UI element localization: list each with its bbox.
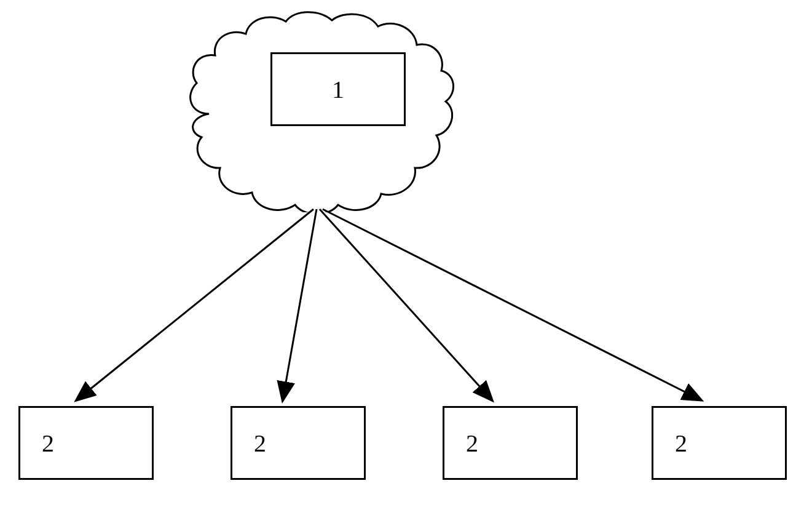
child-node-label-2: 2: [254, 429, 266, 458]
arrow-3: [320, 209, 492, 400]
cloud-node-box: 1: [270, 52, 406, 126]
diagram-container: 1 2 2 2 2: [0, 0, 812, 510]
child-node-label-1: 2: [42, 429, 54, 458]
arrow-4: [323, 209, 701, 400]
child-node-label-3: 2: [466, 429, 478, 458]
child-node-box-1: 2: [18, 406, 154, 480]
cloud-node-label: 1: [332, 75, 344, 104]
child-node-box-2: 2: [231, 406, 366, 480]
arrow-1: [77, 209, 313, 400]
child-node-box-3: 2: [443, 406, 578, 480]
child-node-label-4: 2: [675, 429, 687, 458]
arrow-2: [283, 209, 317, 400]
child-node-box-4: 2: [652, 406, 787, 480]
